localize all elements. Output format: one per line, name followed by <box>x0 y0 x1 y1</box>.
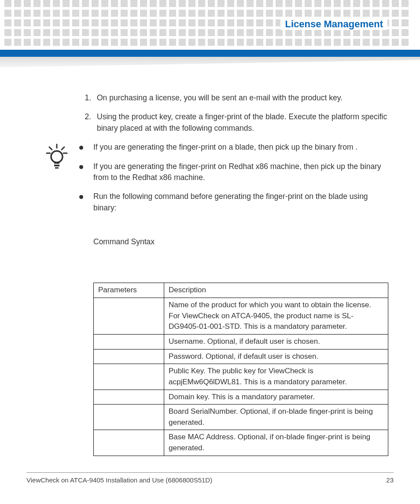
svg-line-1 <box>49 147 52 150</box>
tip-item: If you are generating the finger-print o… <box>79 142 388 153</box>
header-blue-bar <box>0 50 420 57</box>
command-syntax-section: Command Syntax <box>48 236 388 247</box>
table-row: Public Key. The public key for ViewCheck… <box>94 364 388 390</box>
footer-page-number: 23 <box>386 476 394 484</box>
footer-doc-title: ViewCheck on ATCA-9405 Installation and … <box>26 476 212 484</box>
col-description: Description <box>164 283 388 298</box>
tip-item: Run the following command before generat… <box>79 191 388 213</box>
tip-list: If you are generating the finger-print o… <box>48 142 388 213</box>
svg-point-5 <box>51 151 63 162</box>
table-header-row: Parameters Description <box>94 283 388 298</box>
svg-rect-7 <box>54 165 59 166</box>
table-row: Base MAC Address. Optional, if on-blade … <box>94 430 388 456</box>
svg-rect-6 <box>54 162 59 164</box>
table-row: Username. Optional, if default user is c… <box>94 334 388 349</box>
body-content: On purchasing a license, you will be sen… <box>48 92 388 456</box>
col-parameters: Parameters <box>94 283 164 298</box>
command-syntax-label: Command Syntax <box>93 236 388 247</box>
page-footer: ViewCheck on ATCA-9405 Installation and … <box>26 472 394 484</box>
table-row: Domain key. This is a mandatory paramete… <box>94 390 388 405</box>
header-grey-gradient <box>0 57 420 67</box>
lightbulb-icon <box>45 143 69 170</box>
tip-block: If you are generating the finger-print o… <box>48 142 388 213</box>
step-1: On purchasing a license, you will be sen… <box>93 92 388 103</box>
table-row: Password. Optional, if default user is c… <box>94 349 388 364</box>
parameters-table: Parameters Description Name of the produ… <box>93 283 388 456</box>
page-title: License Management <box>280 18 387 30</box>
tip-item: If you are generating the finger-print o… <box>79 161 388 184</box>
table-row: Board SerialNumber. Optional, if on-blad… <box>94 405 388 430</box>
svg-rect-8 <box>55 167 59 169</box>
table-row: Name of the product for which you want t… <box>94 298 388 335</box>
step-2: Using the product key, create a finger-p… <box>93 111 388 134</box>
numbered-steps: On purchasing a license, you will be sen… <box>48 92 388 134</box>
svg-line-2 <box>62 147 64 150</box>
